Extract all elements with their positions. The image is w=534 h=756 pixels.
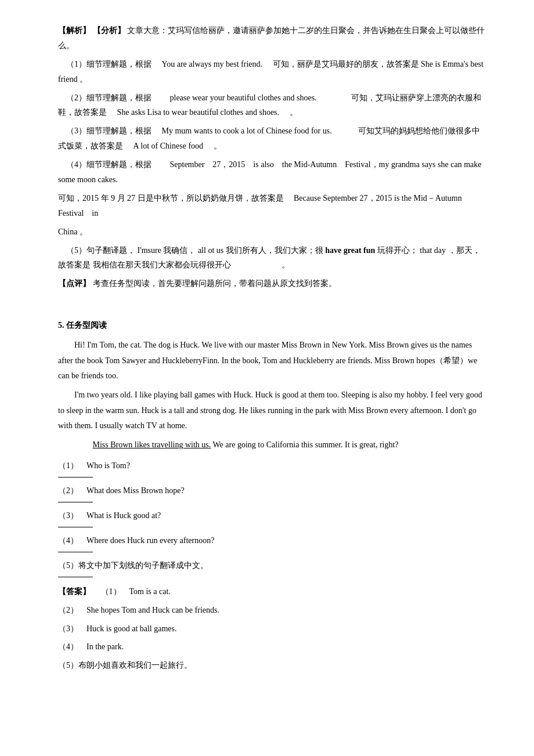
item1-end: 。: [80, 75, 88, 84]
q3-text: （3） What is Huck good at?: [58, 508, 488, 523]
item5-end: 。: [233, 261, 290, 269]
item1-quote: You are always my best friend.: [154, 60, 271, 68]
analysis-item-4-end: China 。: [58, 225, 488, 240]
item3-quote: My mum wants to cook a lot of Chinese fo…: [154, 126, 356, 135]
item3-end: 。: [214, 142, 222, 150]
item5-zh1: 我确信，: [163, 246, 196, 255]
item5-imsure: I'msure: [138, 246, 161, 255]
item3-answer: A lot of Chinese food: [125, 142, 212, 150]
analysis-section: 【解析】 【分析】 文章大意：艾玛写信给丽萨，邀请丽萨参加她十二岁的生日聚会，并…: [58, 23, 488, 291]
comment-line: 【点评】 考查任务型阅读，首先要理解问题所问，带着问题从原文找到答案。: [58, 276, 488, 291]
item2-num: （2）细节理解题，根据: [58, 93, 151, 102]
passage-para2: I'm two years old. I like playing ball g…: [58, 388, 488, 434]
reading-passage: Hi! I'm Tom, the cat. The dog is Huck. W…: [58, 338, 488, 453]
q3-blank: [58, 527, 93, 527]
question-item-2: （2） What does Miss Brown hope?: [58, 483, 488, 502]
item4-mid: 可知，2015 年 9 月 27 日是中秋节，所以奶奶做月饼，故答案是: [58, 194, 284, 202]
answer3-line: （3） Huck is good at ball games.: [58, 621, 488, 636]
analysis-intro: 【解析】 【分析】 文章大意：艾玛写信给丽萨，邀请丽萨参加她十二岁的生日聚会，并…: [58, 23, 488, 53]
item4-china: China: [58, 227, 77, 236]
analysis-item-4-cont: 可知，2015 年 9 月 27 日是中秋节，所以奶奶做月饼，故答案是 Beca…: [58, 191, 488, 221]
question-item-3: （3） What is Huck good at?: [58, 508, 488, 527]
item3-num: （3）细节理解题，根据: [58, 126, 151, 135]
item5-zh2: 我们所有人，我们大家；很: [226, 246, 323, 255]
question-item-4: （4） Where does Huck run every afternoon?: [58, 533, 488, 552]
analysis-item-5: （5）句子翻译题， I'msure 我确信， all ot us 我们所有人，我…: [58, 243, 488, 273]
spacer-1: [58, 297, 488, 309]
item1-mid: 可知，丽萨是艾玛最好的朋友，故答案是: [273, 60, 419, 68]
item4-num: （4）细节理解题，根据: [58, 160, 151, 169]
answer4-line: （4） In the park.: [58, 639, 488, 654]
item1-num: （1）细节理解题，根据: [58, 60, 151, 68]
passage-underline: Miss Brown likes travelling with us.: [93, 440, 211, 449]
analysis-item-3: （3）细节理解题，根据 My mum wants to cook a lot o…: [58, 124, 488, 154]
answers-label-line: 【答案】 （1） Tom is a cat.: [58, 584, 488, 599]
answer2-line: （2） She hopes Tom and Huck can be friend…: [58, 603, 488, 618]
q4-text: （4） Where does Huck run every afternoon?: [58, 533, 488, 548]
q2-text: （2） What does Miss Brown hope?: [58, 483, 488, 498]
answer5-line: （5）布朗小姐喜欢和我们一起旅行。: [58, 658, 488, 673]
item4-period: 。: [80, 227, 88, 236]
comment-label: 【点评】: [58, 279, 91, 288]
q5-text: （5）将文中加下划线的句子翻译成中文。: [58, 558, 488, 573]
item2-quote: please wear your beautiful clothes and s…: [154, 93, 349, 102]
item5-zh3: 玩得开心；: [377, 246, 418, 255]
answer1-inline: （1） Tom is a cat.: [93, 587, 171, 596]
analysis-item-4: （4）细节理解题，根据 September 27，2015 is also th…: [58, 157, 488, 187]
item5-num: （5）句子翻译题，: [58, 246, 135, 255]
item5-havefun: have great fun: [325, 246, 377, 255]
answers-block: 【答案】 （1） Tom is a cat. （2） She hopes Tom…: [58, 584, 488, 673]
answers-label: 【答案】: [58, 587, 91, 596]
item5-answer: 我相信在那天我们大家都会玩得很开心: [93, 261, 231, 269]
analysis-item-2: （2）细节理解题，根据 please wear your beautiful c…: [58, 91, 488, 121]
item2-answer: She asks Lisa to wear beautiful clothes …: [109, 108, 280, 117]
analysis-item-1: （1）细节理解题，根据 You are always my best frien…: [58, 57, 488, 87]
question-item-5: （5）将文中加下划线的句子翻译成中文。: [58, 558, 488, 577]
q1-text: （1） Who is Tom?: [58, 458, 488, 473]
q1-blank: [58, 477, 93, 478]
jiexi-label: 【解析】: [58, 26, 91, 35]
fenxi-label: 【分析】: [93, 26, 125, 35]
q5-blank: [58, 577, 93, 577]
question5-section: 5. 任务型阅读 Hi! I'm Tom, the cat. The dog i…: [58, 318, 488, 673]
passage-para3: Miss Brown likes travelling with us. We …: [58, 437, 488, 453]
question-item-1: （1） Who is Tom?: [58, 458, 488, 478]
q2-blank: [58, 502, 93, 502]
item2-end: 。: [282, 108, 298, 117]
comment-text: 考查任务型阅读，首先要理解问题所问，带着问题从原文找到答案。: [93, 279, 337, 288]
item5-allotus: all ot us: [198, 246, 223, 255]
question5-title: 5. 任务型阅读: [58, 318, 488, 333]
passage-para1: Hi! I'm Tom, the cat. The dog is Huck. W…: [58, 338, 488, 384]
item5-thatday: that day: [420, 246, 446, 255]
passage-para3-rest: We are going to California this summer. …: [213, 440, 399, 449]
q4-blank: [58, 552, 93, 552]
